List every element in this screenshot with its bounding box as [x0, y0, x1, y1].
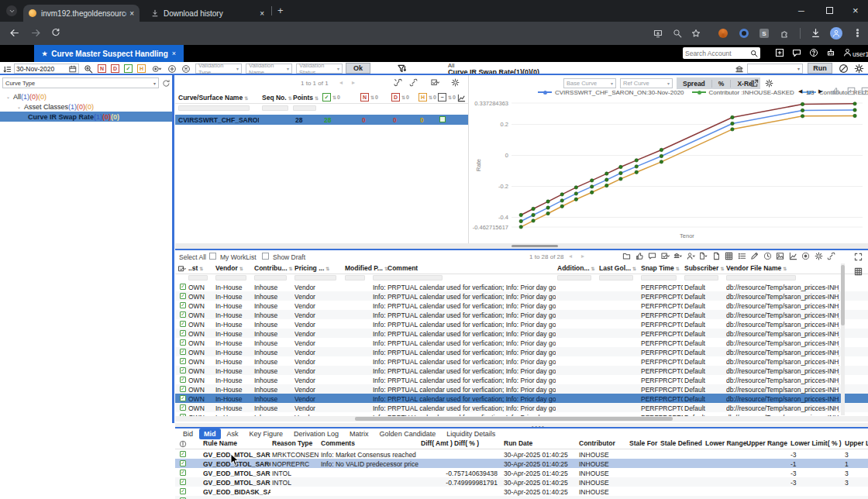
- segment-percent[interactable]: %: [712, 80, 732, 88]
- row-checkbox[interactable]: ✓: [180, 395, 186, 401]
- doc-caret-icon[interactable]: [699, 252, 708, 260]
- column-header[interactable]: Diff( % ): [454, 439, 479, 447]
- tab-golden-candidate[interactable]: Golden Candidate: [375, 428, 441, 439]
- tab-bid[interactable]: Bid: [178, 428, 198, 439]
- tab-search-icon[interactable]: [6, 5, 17, 16]
- filter-input[interactable]: [373, 275, 443, 280]
- tree-item-curve-ir-swap-rate[interactable]: Curve IR Swap Rate(1)(0)(0): [0, 112, 172, 122]
- column-header-badge[interactable]: ✓⇅0: [322, 93, 340, 102]
- grid-row[interactable]: ✓OWNIn-HouseInhouseVendorInfo: PRPTUAL c…: [175, 310, 868, 319]
- row-checkbox[interactable]: ✓: [180, 488, 186, 494]
- filter-input[interactable]: [262, 105, 288, 111]
- tree-caret-icon[interactable]: ⌄: [6, 94, 10, 99]
- extensions-puzzle-icon[interactable]: [780, 29, 790, 38]
- grid-row[interactable]: ✓OWNIn-HouseInhouseVendorInfo: PRPTUAL c…: [175, 282, 868, 291]
- redo-box-icon[interactable]: [861, 87, 868, 95]
- refresh-icon[interactable]: [162, 79, 170, 88]
- grid-row[interactable]: ✓OWNIn-HouseInhouseVendorInfo: PRPTUAL c…: [175, 291, 868, 301]
- filter-input[interactable]: [293, 105, 316, 111]
- image-icon[interactable]: [776, 252, 784, 260]
- sort-icon[interactable]: ⇅: [448, 95, 452, 100]
- remove-circle-icon[interactable]: [181, 64, 191, 74]
- horizontal-splitter[interactable]: [175, 243, 868, 249]
- column-header[interactable]: Rule Name: [203, 439, 237, 447]
- sort-icon[interactable]: ⇅: [720, 266, 724, 271]
- account-search-input[interactable]: [685, 50, 750, 57]
- app-tab-curve-master[interactable]: ★ Curve Master Suspect Handling ×: [34, 45, 184, 62]
- tab-key-figure[interactable]: Key Figure: [245, 428, 288, 439]
- user-icon[interactable]: [843, 48, 852, 57]
- grid-row[interactable]: ✓OWNIn-HouseInhouseVendorInfo: PRPTUAL c…: [175, 394, 868, 403]
- legend-item[interactable]: CVIRSSWRT_CHF_SARON_ON:30-Nov-2020: [538, 89, 692, 96]
- doc-icon[interactable]: [712, 252, 721, 260]
- sort-icon[interactable]: ⇅: [288, 95, 292, 101]
- filter-input[interactable]: [345, 275, 365, 280]
- filter-input[interactable]: [294, 275, 336, 280]
- rules-row[interactable]: ✓GV_EOD_STOL_SARONNOPREPRCInfo: No VALID…: [175, 459, 868, 468]
- vertical-divider[interactable]: [172, 75, 174, 423]
- tab-close-icon[interactable]: ×: [129, 9, 134, 18]
- extension-s-icon[interactable]: S: [760, 29, 769, 38]
- column-header-badge[interactable]: H⇅0: [418, 93, 436, 102]
- filter-input[interactable]: [684, 275, 718, 280]
- column-header[interactable]: Reason Type: [272, 439, 312, 447]
- grid-sm-icon[interactable]: [725, 252, 733, 260]
- badge-H[interactable]: H: [137, 64, 146, 73]
- grid-row[interactable]: ✓OWNIn-HouseInhouseVendorInfo: PRPTUAL c…: [175, 384, 868, 394]
- row-checkbox[interactable]: ✓: [180, 349, 186, 355]
- target-icon[interactable]: [801, 252, 810, 260]
- rules-row[interactable]: ✓GV_EOD_MTOL_SARONMRKTCONSENSUSInfo: Mar…: [175, 449, 868, 459]
- segment-spread[interactable]: Spread: [677, 80, 712, 88]
- zoom-in-icon[interactable]: [84, 64, 93, 74]
- bank-caret-icon[interactable]: [673, 252, 682, 260]
- grid-row[interactable]: ✓OWNIn-HouseInhouseVendorInfo: PRPTUAL c…: [175, 347, 868, 356]
- tree-caret-icon[interactable]: ⌄: [17, 104, 21, 109]
- column-header[interactable]: Stale For: [629, 439, 657, 447]
- column-header[interactable]: Upper L: [845, 439, 868, 447]
- row-checkbox[interactable]: ✓: [180, 311, 186, 318]
- column-header-badge[interactable]: −⇅0: [438, 93, 456, 102]
- tab-mid[interactable]: Mid: [199, 428, 221, 439]
- undo-box-icon[interactable]: [847, 87, 856, 95]
- unlink-icon[interactable]: [394, 78, 402, 87]
- checkbox-caret-icon[interactable]: [431, 78, 439, 87]
- sort-icon[interactable]: ⇅: [591, 266, 595, 271]
- search-icon[interactable]: [750, 50, 758, 57]
- badge-✓[interactable]: ✓: [124, 64, 133, 73]
- rules-row[interactable]: ✓GV_EOD_GOLDEN_SARONGOLDENCAND30-Apr-202…: [175, 496, 868, 499]
- column-header[interactable]: Comments: [321, 439, 355, 447]
- checkbox-caret-icon[interactable]: [661, 252, 670, 260]
- sort-icon[interactable]: ⇅: [239, 266, 243, 271]
- badge-N[interactable]: N: [98, 64, 106, 73]
- send-to-device-icon[interactable]: [653, 29, 663, 38]
- record-caret-icon[interactable]: [152, 64, 161, 74]
- column-header[interactable]: Curve/Surface Name⇅: [178, 94, 248, 102]
- run-button[interactable]: Run: [808, 63, 832, 74]
- curve-type-select[interactable]: Curve Type▾: [2, 77, 159, 88]
- reload-icon[interactable]: [51, 28, 60, 37]
- grid-view-icon[interactable]: [854, 267, 863, 276]
- bot-icon[interactable]: [826, 48, 835, 57]
- horizontal-scrollbar[interactable]: [175, 416, 868, 422]
- rules-row[interactable]: ✓GV_EOD_MTOL_SARONINTOL-0.74999998179130…: [175, 477, 868, 487]
- base-curve-select[interactable]: Base Curve▾: [563, 78, 616, 88]
- help-icon[interactable]: [809, 48, 818, 57]
- row-checkbox[interactable]: ✓: [180, 321, 186, 327]
- row-checkbox[interactable]: ✓: [180, 377, 186, 383]
- thumb-up-icon[interactable]: [832, 87, 840, 95]
- column-header-contributor[interactable]: Contribu...⇅: [254, 264, 293, 272]
- expand-icon[interactable]: [854, 253, 863, 261]
- settings-gear-icon[interactable]: [854, 64, 864, 74]
- sort-icon[interactable]: ⇅: [370, 95, 374, 100]
- sort-icon[interactable]: ⇅: [401, 95, 405, 100]
- extension-orange-icon[interactable]: [718, 29, 728, 38]
- grid-row[interactable]: ✓OWNIn-HouseInhouseVendorInfo: PRPTUAL c…: [175, 338, 868, 347]
- tab-derivation-log[interactable]: Derivation Log: [289, 428, 343, 439]
- column-header-badge[interactable]: D⇅0: [391, 93, 409, 102]
- thumb-up-icon[interactable]: [636, 252, 644, 260]
- row-checkbox[interactable]: ✓: [180, 302, 186, 308]
- filter-input[interactable]: [641, 275, 677, 280]
- filter-input[interactable]: [557, 275, 591, 280]
- tab-close-icon[interactable]: ×: [260, 9, 264, 18]
- list-icon[interactable]: [738, 252, 746, 260]
